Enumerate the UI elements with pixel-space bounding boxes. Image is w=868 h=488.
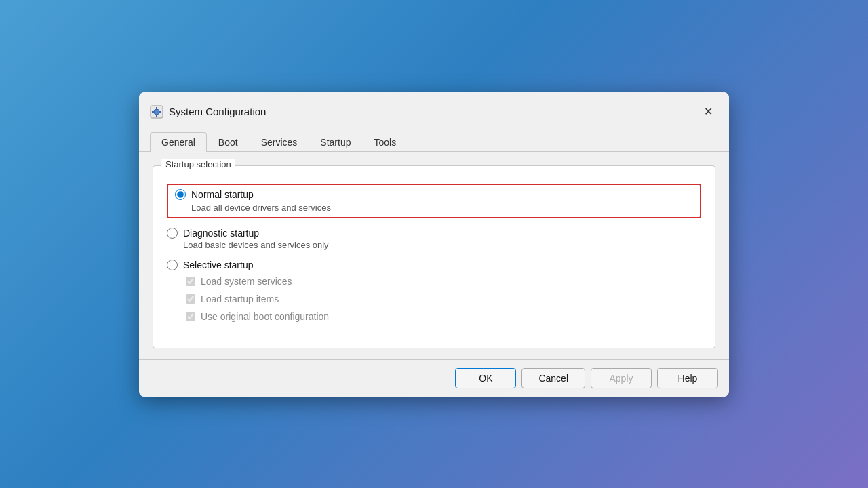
diagnostic-startup-option: Diagnostic startup Load basic devices an… <box>167 228 701 250</box>
use-original-boot-row: Use original boot configuration <box>186 311 701 322</box>
diagnostic-startup-label: Diagnostic startup <box>183 228 259 239</box>
cancel-button[interactable]: Cancel <box>521 368 585 388</box>
tab-bar: General Boot Services Startup Tools <box>139 126 729 152</box>
tab-boot[interactable]: Boot <box>207 132 250 152</box>
svg-rect-5 <box>159 111 161 113</box>
normal-startup-radio[interactable] <box>175 189 186 200</box>
selective-startup-option: Selective startup Load system services L… <box>167 260 701 322</box>
app-icon <box>150 105 163 119</box>
load-startup-items-row: Load startup items <box>186 293 701 304</box>
diagnostic-startup-row: Diagnostic startup <box>167 228 701 239</box>
svg-rect-2 <box>156 107 157 109</box>
selective-startup-radio[interactable] <box>167 260 178 270</box>
selective-startup-label: Selective startup <box>183 260 254 270</box>
load-system-services-label: Load system services <box>201 276 292 287</box>
startup-selection-section: Startup selection Normal startup Load al… <box>153 165 715 348</box>
load-system-services-checkbox[interactable] <box>186 277 195 286</box>
tab-tools[interactable]: Tools <box>362 132 408 152</box>
tab-content: Startup selection Normal startup Load al… <box>139 152 729 359</box>
use-original-boot-checkbox[interactable] <box>186 312 195 321</box>
svg-rect-3 <box>156 115 157 117</box>
normal-startup-row: Normal startup <box>175 189 693 200</box>
selective-checkboxes: Load system services Load startup items … <box>186 276 701 322</box>
window-title: System Configuration <box>169 106 266 117</box>
diagnostic-startup-radio[interactable] <box>167 228 178 239</box>
use-original-boot-label: Use original boot configuration <box>201 311 329 322</box>
tab-services[interactable]: Services <box>250 132 309 152</box>
normal-startup-label: Normal startup <box>191 189 254 200</box>
load-startup-items-label: Load startup items <box>201 293 279 304</box>
load-system-services-row: Load system services <box>186 276 701 287</box>
ok-button[interactable]: OK <box>455 368 516 388</box>
selective-startup-row: Selective startup <box>167 260 701 270</box>
dialog-footer: OK Cancel Apply Help <box>139 359 729 396</box>
tab-startup[interactable]: Startup <box>309 132 362 152</box>
title-bar-left: System Configuration <box>150 105 266 119</box>
svg-rect-4 <box>152 111 154 113</box>
svg-point-1 <box>154 109 159 115</box>
title-bar: System Configuration ✕ <box>139 92 729 122</box>
section-legend: Startup selection <box>161 159 235 169</box>
diagnostic-startup-desc: Load basic devices and services only <box>183 240 701 250</box>
tab-general[interactable]: General <box>150 132 207 152</box>
system-configuration-dialog: System Configuration ✕ General Boot Serv… <box>139 92 729 396</box>
normal-startup-desc: Load all device drivers and services <box>191 203 693 213</box>
normal-startup-box: Normal startup Load all device drivers a… <box>167 184 701 218</box>
load-startup-items-checkbox[interactable] <box>186 294 195 304</box>
close-button[interactable]: ✕ <box>698 102 718 122</box>
apply-button[interactable]: Apply <box>591 368 652 388</box>
help-button[interactable]: Help <box>657 368 718 388</box>
startup-options: Normal startup Load all device drivers a… <box>167 184 701 331</box>
